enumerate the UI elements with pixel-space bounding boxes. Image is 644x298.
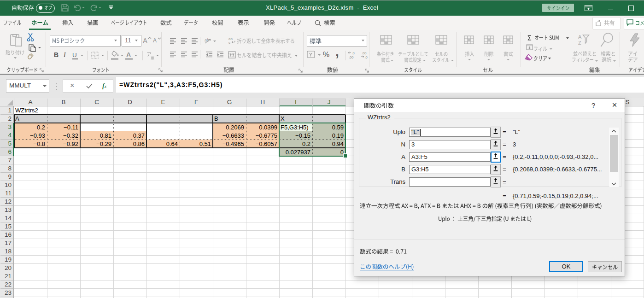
svg-text:Z: Z (578, 40, 581, 45)
svg-text:c: c (228, 41, 230, 44)
svg-text:A: A (578, 34, 582, 40)
svg-text:.0: .0 (365, 55, 368, 59)
svg-text:ab: ab (205, 38, 209, 42)
svg-text:.00: .00 (349, 55, 353, 59)
